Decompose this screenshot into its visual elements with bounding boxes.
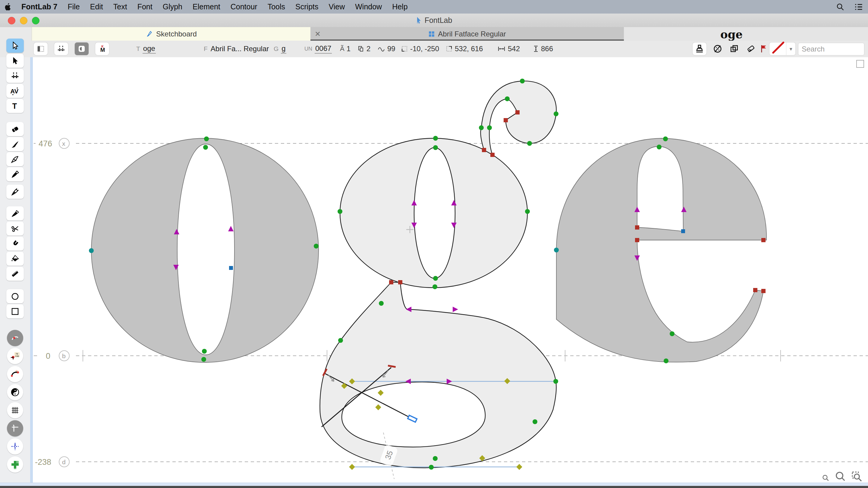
rectangle-tool-button[interactable] <box>6 304 24 318</box>
selected-segment-rect[interactable] <box>408 415 417 422</box>
menu-contour[interactable]: Contour <box>225 2 262 11</box>
preview-toggle[interactable] <box>7 384 23 400</box>
node-green[interactable] <box>663 136 668 141</box>
pen-tool-button[interactable] <box>6 185 24 199</box>
node-green[interactable] <box>338 338 343 343</box>
glyph-g-bowl[interactable] <box>340 138 527 288</box>
glyph-mode-button[interactable] <box>75 42 89 55</box>
metrics-tool-button[interactable] <box>6 69 24 83</box>
node-selected-red[interactable] <box>635 225 639 230</box>
node-selected-red[interactable] <box>490 153 495 157</box>
scissors-tool-button[interactable] <box>6 221 24 235</box>
canvas-corner-marker[interactable] <box>857 60 864 67</box>
knife-tool-button[interactable] <box>6 206 24 221</box>
node-green[interactable] <box>532 419 537 424</box>
menu-edit[interactable]: Edit <box>85 2 108 11</box>
node-green[interactable] <box>433 284 437 289</box>
search-input[interactable] <box>801 43 862 55</box>
tab-close-icon[interactable]: ✕ <box>315 30 327 38</box>
menu-text[interactable]: Text <box>108 2 132 11</box>
panel-toggle-button[interactable] <box>34 42 48 55</box>
menu-scripts[interactable]: Scripts <box>290 2 323 11</box>
descender-guide-label[interactable]: -238 d <box>33 456 75 468</box>
free-curve-toggle[interactable] <box>7 330 23 346</box>
node-green[interactable] <box>479 125 484 130</box>
node-selected-red[interactable] <box>761 289 766 293</box>
node-smooth-right[interactable] <box>453 307 458 312</box>
rapid-tool-button[interactable] <box>6 167 24 181</box>
node-green[interactable] <box>664 358 669 363</box>
node-selected-red[interactable] <box>389 280 393 284</box>
text-field[interactable]: T oge <box>136 42 156 55</box>
node-green[interactable] <box>204 136 209 141</box>
sketch-pencil-tool-button[interactable] <box>6 152 24 166</box>
node-green[interactable] <box>201 357 206 362</box>
font-field-value[interactable]: Abril Fa... Regular <box>210 44 270 53</box>
baseline-guide-label[interactable]: 0 b <box>39 350 75 362</box>
tab-sketchboard[interactable]: Sketchboard <box>32 27 311 41</box>
zoom-selection-icon[interactable] <box>851 470 863 483</box>
glyph-canvas[interactable]: 476 x 0 b -238 d <box>30 57 868 483</box>
menu-window[interactable]: Window <box>350 2 387 11</box>
handles-toggle[interactable] <box>7 366 23 382</box>
menu-file[interactable]: File <box>62 2 85 11</box>
flag-button[interactable] <box>757 42 771 55</box>
element-tool-button[interactable] <box>6 54 24 68</box>
handle-olive[interactable] <box>375 404 381 410</box>
menu-font[interactable]: Font <box>132 2 158 11</box>
node-green[interactable] <box>433 276 438 281</box>
zoom-in-icon[interactable] <box>835 470 846 483</box>
node-selected-red[interactable] <box>398 280 402 284</box>
glyph-g-lower[interactable] <box>320 282 556 468</box>
menu-view[interactable]: View <box>323 2 350 11</box>
xheight-guide-label[interactable]: 476 x <box>36 137 75 150</box>
node-green[interactable] <box>379 301 384 306</box>
tab-document[interactable]: ✕ Abril Fatface Regular <box>310 27 624 41</box>
node-green[interactable] <box>338 209 342 214</box>
node-selected-red[interactable] <box>504 118 508 122</box>
glyph-g-ear[interactable] <box>480 81 556 155</box>
fill-tool-button[interactable] <box>6 252 24 266</box>
glyph-field-value[interactable]: g <box>281 44 286 54</box>
magnet-tool-button[interactable] <box>6 236 24 251</box>
handle-olive[interactable] <box>349 464 355 470</box>
chevron-down-icon[interactable]: ▼ <box>786 42 795 55</box>
glyph-e-outline[interactable] <box>556 138 767 362</box>
node-green[interactable] <box>433 136 438 141</box>
node-green[interactable] <box>203 145 208 150</box>
text-tool-button[interactable]: T <box>6 99 24 113</box>
handle-olive[interactable] <box>516 464 522 470</box>
snap-toggle[interactable] <box>7 438 23 455</box>
node-start-teal[interactable] <box>554 248 559 253</box>
node-corner-blue[interactable] <box>229 266 233 270</box>
node-selected-red[interactable] <box>635 238 639 242</box>
guides-toggle[interactable] <box>7 420 23 436</box>
node-green[interactable] <box>554 111 558 116</box>
glyph-field[interactable]: G g <box>274 42 286 55</box>
font-field[interactable]: F Abril Fa... Regular <box>204 42 270 55</box>
eraser-tool-button[interactable] <box>6 122 24 136</box>
node-green[interactable] <box>553 379 558 384</box>
node-smooth-up[interactable] <box>228 226 234 231</box>
menubar-search[interactable] <box>831 3 849 11</box>
clone-button[interactable] <box>727 42 741 55</box>
menu-tools[interactable]: Tools <box>262 2 290 11</box>
node-green[interactable] <box>525 209 530 214</box>
node-selected-red[interactable] <box>482 148 486 152</box>
menu-app-name[interactable]: FontLab 7 <box>16 2 62 11</box>
menubar-list[interactable] <box>849 3 868 11</box>
text-field-value[interactable]: oge <box>143 44 156 54</box>
node-green[interactable] <box>527 141 532 146</box>
menu-help[interactable]: Help <box>387 2 412 11</box>
kerning-mode-button[interactable]: MK <box>95 42 109 55</box>
node-corner-blue[interactable] <box>681 229 685 233</box>
unicode-field-value[interactable]: 0067 <box>315 44 332 54</box>
brush-tool-button[interactable] <box>6 137 24 151</box>
stroke-style-selector[interactable]: ▼ <box>770 42 795 55</box>
node-start-teal[interactable] <box>89 248 94 253</box>
node-green[interactable] <box>520 78 525 84</box>
coords-toggle[interactable]: 78196 <box>7 348 23 364</box>
node-green[interactable] <box>202 349 207 354</box>
grid-toggle[interactable] <box>7 402 23 418</box>
node-green[interactable] <box>670 331 675 336</box>
